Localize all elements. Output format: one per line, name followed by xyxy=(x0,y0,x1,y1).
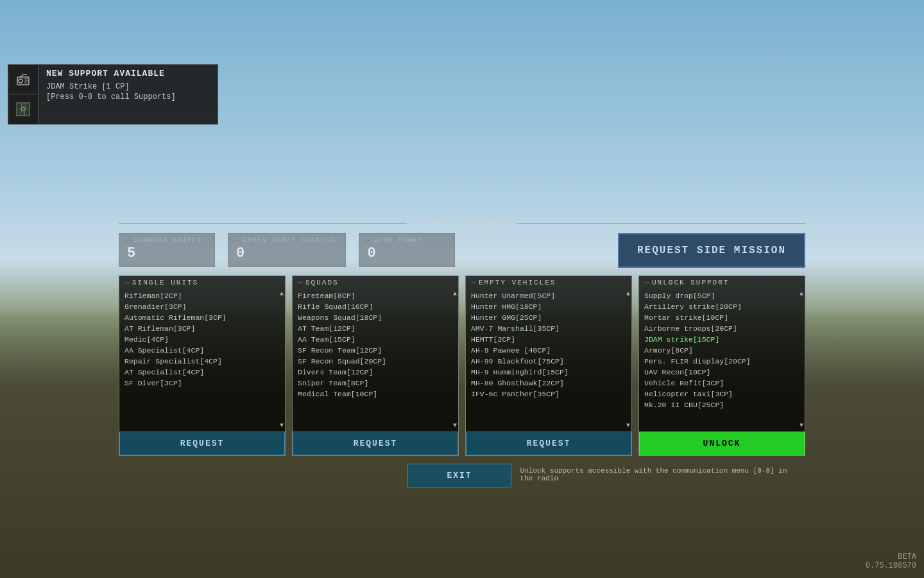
notification-title: NEW SUPPORT AVAILABLE xyxy=(46,69,210,78)
squads-scroll-up[interactable]: ▲ xyxy=(453,290,457,297)
squads-list: Fireteam[8CP]Rifle Squad[16CP]Weapons Sq… xyxy=(293,289,391,430)
single-units-scroll-up[interactable]: ▲ xyxy=(280,290,284,297)
list-item[interactable]: Grenadier[3CP] xyxy=(119,301,232,312)
empty-vehicles-title: EMPTY VEHICLES xyxy=(466,276,631,289)
zones-value: 0 xyxy=(234,245,335,261)
svg-point-1 xyxy=(19,79,22,83)
army-power-box: Army Power 0 xyxy=(359,233,455,267)
list-item[interactable]: SF Recon Squad[20CP] xyxy=(293,356,391,367)
unlock-support-scroll-down[interactable]: ▼ xyxy=(800,422,803,429)
notification-box: NEW SUPPORT AVAILABLE JDAM Strike [1 CP]… xyxy=(8,64,218,125)
list-item[interactable]: SF Recon Team[12CP] xyxy=(293,345,391,356)
list-item[interactable]: Helicopter taxi[3CP] xyxy=(639,389,756,399)
single-units-title: SINGLE UNITS xyxy=(119,276,285,289)
request-side-mission-button[interactable]: REQUEST SIDE MISSION xyxy=(618,233,805,268)
list-item[interactable]: Weapons Squad[18CP] xyxy=(293,312,391,323)
army-power-label: Army Power xyxy=(364,236,444,244)
list-item[interactable]: Mk.20 II CBU[25CP] xyxy=(639,399,756,410)
list-item[interactable]: AA Team[15CP] xyxy=(293,334,391,345)
exit-button[interactable]: EXIT xyxy=(407,464,511,487)
list-item[interactable]: Artillery strike[20CP] xyxy=(639,301,756,312)
empty-vehicles-panel: EMPTY VEHICLES Hunter Unarmed[5CP]Hunter… xyxy=(465,276,632,456)
list-item[interactable]: Fireteam[8CP] xyxy=(293,290,391,301)
army-power-value: 0 xyxy=(364,245,444,261)
command-points-value: 5 xyxy=(124,245,204,261)
list-item[interactable]: SF Diver[3CP] xyxy=(119,378,232,389)
list-item[interactable]: HEMTT[2CP] xyxy=(466,334,574,345)
list-item[interactable]: MH-80 Ghosthawk[22CP] xyxy=(466,378,574,389)
unlock-support-panel: UNLOCK SUPPORT Supply drop[5CP]Artillery… xyxy=(638,276,805,456)
list-item[interactable]: Armory[8CP] xyxy=(639,345,756,356)
single-units-scroll-down[interactable]: ▼ xyxy=(280,422,284,429)
empty-vehicles-scroll-down[interactable]: ▼ xyxy=(626,422,630,429)
panels-row: SINGLE UNITS Rifleman[2CP]Grenadier[3CP]… xyxy=(119,276,805,456)
empty-vehicles-request-button[interactable]: REQUEST xyxy=(466,432,631,455)
list-item[interactable]: Medical Team[10CP] xyxy=(293,389,391,399)
single-units-list: Rifleman[2CP]Grenadier[3CP]Automatic Rif… xyxy=(119,289,232,430)
list-item[interactable]: Divers Team[12CP] xyxy=(293,367,391,378)
squads-scroll-down[interactable]: ▼ xyxy=(453,422,457,429)
list-item[interactable]: Hunter Unarmed[5CP] xyxy=(466,290,574,301)
command-points-box: Command points 5 xyxy=(119,233,215,267)
notification-detail1: JDAM Strike [1 CP] xyxy=(46,82,210,91)
list-item[interactable]: Repair Specialist[4CP] xyxy=(119,356,232,367)
list-item[interactable]: Hunter GMG[25CP] xyxy=(466,312,574,323)
map-icon xyxy=(8,94,38,124)
list-item[interactable]: Rifleman[2CP] xyxy=(119,290,232,301)
list-item[interactable]: AT Team[12CP] xyxy=(293,323,391,334)
assets-interface: ASSETS INTERFACE Command points 5 Zones … xyxy=(119,218,805,487)
unlock-support-scroll-up[interactable]: ▲ xyxy=(800,290,803,297)
squads-panel: SQUADS Fireteam[8CP]Rifle Squad[16CP]Wea… xyxy=(292,276,459,456)
list-item[interactable]: JDAM strike[15CP] xyxy=(639,334,756,345)
command-points-label: Command points xyxy=(124,236,204,244)
unlock-support-title: UNLOCK SUPPORT xyxy=(639,276,805,289)
list-item[interactable]: UAV Recon[10CP] xyxy=(639,367,756,378)
list-item[interactable]: Mortar strike[10CP] xyxy=(639,312,756,323)
version-info: BETA 0.75.108570 xyxy=(866,552,916,570)
list-item[interactable]: AMV-7 Marshall[35CP] xyxy=(466,323,574,334)
radio-icon xyxy=(8,65,38,94)
zones-box: Zones under control 0 xyxy=(228,233,346,267)
version-line1: BETA xyxy=(866,552,916,561)
version-line2: 0.75.108570 xyxy=(866,561,916,570)
list-item[interactable]: Pers. FLIR display[20CP] xyxy=(639,356,756,367)
unlock-support-button[interactable]: UNLOCK xyxy=(639,432,805,455)
list-item[interactable]: Medic[4CP] xyxy=(119,334,232,345)
list-item[interactable]: Rifle Squad[16CP] xyxy=(293,301,391,312)
list-item[interactable]: Supply drop[5CP] xyxy=(639,290,756,301)
zones-label: Zones under control xyxy=(234,236,335,244)
list-item[interactable]: IFV-6c Panther[35CP] xyxy=(466,389,574,399)
single-units-request-button[interactable]: REQUEST xyxy=(119,432,285,455)
unlock-notice: Unlock supports accessible with the comm… xyxy=(518,463,805,484)
list-item[interactable]: AT Rifleman[3CP] xyxy=(119,323,232,334)
list-item[interactable]: Hunter HMG[18CP] xyxy=(466,301,574,312)
assets-interface-title: ASSETS INTERFACE xyxy=(119,218,805,228)
stats-row: Command points 5 Zones under control 0 A… xyxy=(119,233,805,268)
empty-vehicles-scroll-up[interactable]: ▲ xyxy=(626,290,630,297)
squads-title: SQUADS xyxy=(293,276,458,289)
unlock-support-list: Supply drop[5CP]Artillery strike[20CP]Mo… xyxy=(639,289,756,430)
squads-request-button[interactable]: REQUEST xyxy=(293,432,458,455)
notification-detail2: [Press 0-8 to call Supports] xyxy=(46,92,210,101)
list-item[interactable]: AT Specialist[4CP] xyxy=(119,367,232,378)
list-item[interactable]: Sniper Team[8CP] xyxy=(293,378,391,389)
list-item[interactable]: AH-99 Blackfoot[75CP] xyxy=(466,356,574,367)
empty-vehicles-list: Hunter Unarmed[5CP]Hunter HMG[18CP]Hunte… xyxy=(466,289,574,430)
list-item[interactable]: Airborne troops[20CP] xyxy=(639,323,756,334)
list-item[interactable]: MH-9 Hummingbird[15CP] xyxy=(466,367,574,378)
single-units-panel: SINGLE UNITS Rifleman[2CP]Grenadier[3CP]… xyxy=(119,276,286,456)
list-item[interactable]: Automatic Rifleman[3CP] xyxy=(119,312,232,323)
list-item[interactable]: AA Specialist[4CP] xyxy=(119,345,232,356)
list-item[interactable]: Vehicle Refit[3CP] xyxy=(639,378,756,389)
list-item[interactable]: AH-9 Pawnee [40CP] xyxy=(466,345,574,356)
